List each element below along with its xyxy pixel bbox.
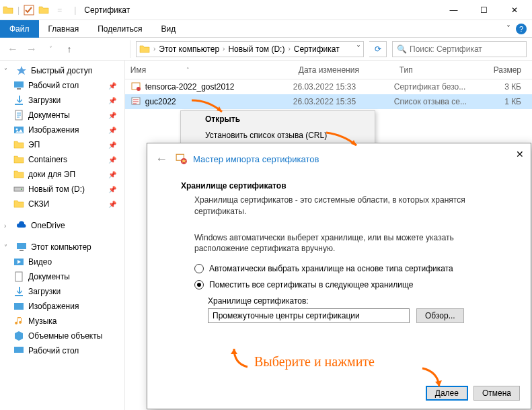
tab-share[interactable]: Поделиться [88, 20, 151, 38]
sidebar-item-skzi[interactable]: СКЗИ📌 [0, 197, 124, 211]
folder-icon [13, 199, 24, 209]
chevron-right-icon[interactable]: › [4, 222, 12, 230]
search-icon: 🔍 [397, 44, 407, 54]
breadcrumb-dropdown-icon[interactable]: ˅ [356, 44, 360, 54]
nav-recent-icon[interactable]: ˅ [43, 45, 58, 53]
store-input[interactable] [208, 308, 410, 323]
ribbon: Файл Главная Поделиться Вид ˅ ? [0, 20, 532, 38]
close-button[interactable]: ✕ [499, 0, 529, 20]
sidebar-onedrive[interactable]: › OneDrive [0, 218, 124, 233]
sidebar-item-ep[interactable]: ЭП📌 [0, 137, 124, 152]
star-icon [16, 65, 27, 76]
video-icon [13, 257, 24, 267]
tab-file[interactable]: Файл [0, 20, 39, 38]
tab-view[interactable]: Вид [151, 20, 185, 38]
svg-rect-9 [20, 250, 24, 251]
nav-back-icon[interactable]: ← [5, 43, 20, 55]
file-row-selected[interactable]: guc2022 26.03.2022 15:35 Список отзыва с… [125, 94, 532, 109]
window-title: Сертификат [84, 5, 130, 15]
breadcrumb[interactable]: ›Этот компьютер ›Новый том (D:) ›Сертифи… [136, 41, 364, 57]
svg-rect-1 [14, 81, 24, 88]
wizard-title: Мастер импорта сертификатов [193, 154, 319, 164]
sidebar-item-desktop[interactable]: Рабочий стол📌 [0, 78, 124, 93]
downloads-icon [13, 95, 24, 106]
sidebar-item-3d[interactable]: Объемные объекты [0, 329, 124, 343]
chevron-down-icon[interactable]: ˅ [4, 244, 12, 251]
search-box[interactable]: 🔍 [392, 41, 527, 57]
wizard-hint: Windows автоматически выберет хранилище,… [181, 232, 497, 255]
file-type: Список отзыва се... [394, 97, 488, 106]
checkbox-icon[interactable] [24, 5, 34, 15]
radio-place[interactable]: Поместить все сертификаты в следующее хр… [181, 280, 497, 289]
desktop-icon [13, 345, 24, 356]
sort-asc-icon: ˄ [186, 67, 190, 73]
ctx-install-crl[interactable]: Установить список отзыва (CRL) [181, 127, 375, 143]
chevron-down-icon[interactable]: ˅ [4, 67, 12, 75]
sidebar-item-video[interactable]: Видео [0, 254, 124, 269]
sidebar-item-downloads[interactable]: Загрузки📌 [0, 93, 124, 108]
crumb-drive[interactable]: Новый том (D:) [228, 44, 284, 54]
sidebar-item-pictures[interactable]: Изображения📌 [0, 123, 124, 137]
sidebar-item-desktop-pc[interactable]: Рабочий стол [0, 343, 124, 358]
next-button[interactable]: Далее [426, 386, 468, 401]
col-date[interactable]: Дата изменения [293, 65, 394, 75]
sidebar-item-docs-ep[interactable]: доки для ЭП📌 [0, 167, 124, 182]
browse-button[interactable]: Обзор... [416, 308, 464, 323]
pin-icon: 📌 [108, 156, 116, 164]
sidebar-item-pictures-pc[interactable]: Изображения [0, 299, 124, 314]
music-icon [13, 316, 24, 327]
sidebar-item-documents-pc[interactable]: Документы [0, 269, 124, 284]
pin-icon: 📌 [108, 201, 116, 208]
col-type[interactable]: Тип [394, 65, 488, 75]
file-name: guc2022 [145, 97, 176, 106]
pin-icon: 📌 [108, 97, 116, 104]
wizard-close-icon[interactable]: ✕ [516, 149, 524, 160]
file-row[interactable]: tensorca-2022_gost2012 26.03.2022 15:33 … [125, 79, 532, 94]
pin-icon: 📌 [108, 82, 116, 90]
cancel-button[interactable]: Отмена [473, 386, 520, 401]
nav-tree[interactable]: ˅ Быстрый доступ Рабочий стол📌 Загрузки📌… [0, 61, 125, 410]
sidebar-item-drive-d[interactable]: Новый том (D:)📌 [0, 182, 124, 197]
nav-up-icon[interactable]: ↑ [62, 44, 77, 55]
col-size[interactable]: Размер [488, 65, 532, 75]
column-headers[interactable]: Имя˄ Дата изменения Тип Размер [125, 61, 532, 79]
folder-icon [13, 154, 24, 165]
cloud-icon [16, 220, 27, 231]
svg-rect-11 [15, 272, 22, 281]
sidebar-item-containers[interactable]: Containers📌 [0, 152, 124, 167]
sidebar-this-pc[interactable]: ˅ Этот компьютер [0, 240, 124, 254]
svg-rect-2 [17, 88, 21, 90]
address-bar: ← → ˅ ↑ ›Этот компьютер ›Новый том (D:) … [0, 38, 532, 61]
radio-auto[interactable]: Автоматически выбрать хранилище на основ… [181, 264, 497, 273]
sidebar-item-downloads-pc[interactable]: Загрузки [0, 284, 124, 299]
radio-icon-selected[interactable] [194, 280, 204, 289]
wizard-desc: Хранилища сертификатов - это системные о… [181, 195, 497, 217]
store-label: Хранилище сертификатов: [208, 296, 497, 306]
search-input[interactable] [410, 44, 522, 54]
refresh-icon[interactable]: ⟳ [369, 41, 387, 57]
maximize-button[interactable]: ☐ [469, 0, 499, 20]
col-name[interactable]: Имя˄ [125, 65, 293, 75]
radio-icon[interactable] [194, 264, 204, 273]
help-icon[interactable]: ? [516, 24, 527, 34]
wizard-back-icon[interactable]: ← [155, 152, 167, 166]
tab-home[interactable]: Главная [39, 20, 89, 38]
svg-point-5 [16, 129, 18, 131]
ribbon-collapse-icon[interactable]: ˅ [506, 24, 510, 34]
sidebar-quick-access[interactable]: ˅ Быстрый доступ [0, 63, 124, 78]
crumb-root[interactable]: Этот компьютер [159, 44, 219, 54]
file-size: 1 КБ [488, 97, 532, 106]
pin-icon: 📌 [108, 112, 116, 119]
sidebar-item-documents[interactable]: Документы📌 [0, 108, 124, 123]
sidebar-item-music[interactable]: Музыка [0, 314, 124, 329]
pin-icon: 📌 [108, 127, 116, 134]
folder-icon [3, 5, 13, 15]
minimize-button[interactable]: — [439, 0, 469, 20]
crumb-folder[interactable]: Сертификат [294, 44, 340, 54]
3d-icon [13, 331, 24, 341]
documents-icon [13, 110, 24, 121]
ctx-open[interactable]: Открыть [181, 111, 375, 127]
context-menu: Открыть Установить список отзыва (CRL) [180, 110, 375, 147]
documents-icon [13, 271, 24, 282]
svg-rect-12 [14, 303, 24, 310]
